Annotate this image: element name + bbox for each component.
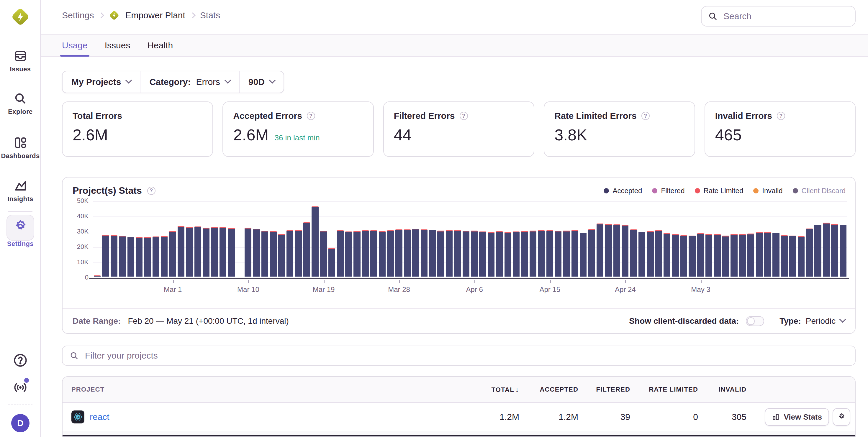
bar[interactable]: [739, 234, 746, 277]
sidebar-item-dashboards[interactable]: Dashboards: [0, 136, 41, 160]
view-stats-button[interactable]: View Stats: [765, 408, 829, 426]
help-tooltip-icon[interactable]: [642, 112, 650, 120]
project-link[interactable]: react: [90, 412, 110, 422]
bar[interactable]: [563, 231, 570, 277]
bar[interactable]: [622, 225, 628, 277]
bar[interactable]: [136, 237, 143, 277]
bar[interactable]: [772, 233, 779, 277]
bar[interactable]: [789, 236, 796, 277]
bar[interactable]: [588, 229, 595, 277]
category-selector[interactable]: Category: Errors: [140, 71, 239, 93]
bar[interactable]: [211, 227, 218, 277]
bar[interactable]: [731, 234, 737, 277]
col-filtered[interactable]: FILTERED: [578, 386, 630, 393]
bar[interactable]: [580, 233, 587, 277]
bar[interactable]: [496, 231, 503, 277]
bar[interactable]: [253, 229, 260, 277]
sidebar-item-issues[interactable]: Issues: [0, 49, 41, 73]
legend-item[interactable]: Filtered: [652, 187, 684, 195]
bar[interactable]: [228, 228, 235, 277]
bar[interactable]: [663, 233, 670, 277]
bar[interactable]: [387, 230, 394, 277]
col-total-sort[interactable]: TOTAL↓: [463, 385, 519, 394]
bar[interactable]: [412, 229, 419, 277]
bar[interactable]: [722, 236, 729, 277]
bar[interactable]: [111, 235, 117, 277]
bar[interactable]: [94, 275, 101, 277]
bar[interactable]: [353, 231, 360, 277]
sidebar-item-insights[interactable]: Insights: [0, 179, 41, 203]
bar[interactable]: [647, 231, 653, 277]
bar[interactable]: [471, 231, 478, 277]
help-tooltip-icon[interactable]: [460, 112, 468, 120]
bar[interactable]: [421, 229, 428, 277]
bar[interactable]: [798, 236, 805, 277]
global-search[interactable]: [701, 6, 856, 27]
bar[interactable]: [312, 206, 318, 277]
help-tooltip-icon[interactable]: [147, 187, 155, 195]
breadcrumb-settings[interactable]: Settings: [62, 10, 94, 20]
bar[interactable]: [454, 230, 461, 277]
help-tooltip-icon[interactable]: [307, 112, 315, 120]
bar[interactable]: [270, 231, 276, 277]
bar[interactable]: [320, 231, 327, 277]
bar[interactable]: [630, 229, 637, 277]
bar[interactable]: [186, 227, 193, 277]
bar[interactable]: [571, 230, 578, 277]
bar[interactable]: [747, 234, 754, 277]
bar[interactable]: [823, 223, 830, 277]
project-filter-input[interactable]: [84, 350, 848, 361]
bar[interactable]: [538, 230, 545, 277]
bar[interactable]: [194, 227, 201, 277]
bar[interactable]: [639, 232, 645, 277]
bar[interactable]: [521, 231, 528, 277]
bar[interactable]: [530, 231, 536, 277]
col-accepted[interactable]: ACCEPTED: [519, 386, 578, 393]
bar[interactable]: [203, 228, 210, 277]
legend-item[interactable]: Invalid: [753, 187, 782, 195]
bar[interactable]: [404, 229, 411, 277]
bar[interactable]: [370, 230, 377, 277]
bar[interactable]: [446, 230, 453, 277]
bar[interactable]: [689, 236, 695, 277]
bar[interactable]: [161, 236, 167, 277]
bar[interactable]: [706, 234, 712, 277]
project-selector[interactable]: My Projects: [63, 71, 140, 93]
bar[interactable]: [479, 232, 486, 277]
bar[interactable]: [714, 234, 721, 277]
bar[interactable]: [831, 224, 838, 277]
bar[interactable]: [286, 230, 293, 277]
bar[interactable]: [261, 231, 268, 277]
breadcrumb-org[interactable]: Empower Plant: [125, 10, 185, 20]
sidebar-item-explore[interactable]: Explore: [0, 92, 41, 115]
bar[interactable]: [278, 234, 285, 277]
bar[interactable]: [596, 224, 603, 277]
bar[interactable]: [697, 233, 704, 277]
bar[interactable]: [119, 236, 126, 277]
col-invalid[interactable]: INVALID: [698, 386, 746, 393]
bar[interactable]: [605, 224, 612, 277]
tab-health[interactable]: Health: [147, 35, 173, 56]
client-discard-toggle[interactable]: [746, 316, 764, 326]
bar[interactable]: [329, 248, 335, 277]
bar[interactable]: [345, 232, 352, 277]
col-rate-limited[interactable]: RATE LIMITED: [630, 386, 698, 393]
bar[interactable]: [613, 225, 620, 277]
help-button[interactable]: [0, 353, 41, 368]
bar[interactable]: [219, 227, 226, 277]
bar[interactable]: [102, 235, 109, 277]
bar[interactable]: [169, 231, 176, 277]
bar[interactable]: [840, 225, 846, 277]
search-input[interactable]: [722, 11, 848, 22]
bar[interactable]: [437, 231, 444, 277]
bar[interactable]: [295, 230, 302, 277]
bar[interactable]: [463, 231, 469, 277]
legend-item[interactable]: Rate Limited: [695, 187, 743, 195]
legend-item[interactable]: Accepted: [603, 187, 642, 195]
bar[interactable]: [178, 226, 184, 277]
bar[interactable]: [781, 235, 788, 277]
bar[interactable]: [672, 234, 679, 277]
bar[interactable]: [395, 229, 402, 277]
project-filter[interactable]: [62, 345, 856, 366]
help-tooltip-icon[interactable]: [777, 112, 785, 120]
